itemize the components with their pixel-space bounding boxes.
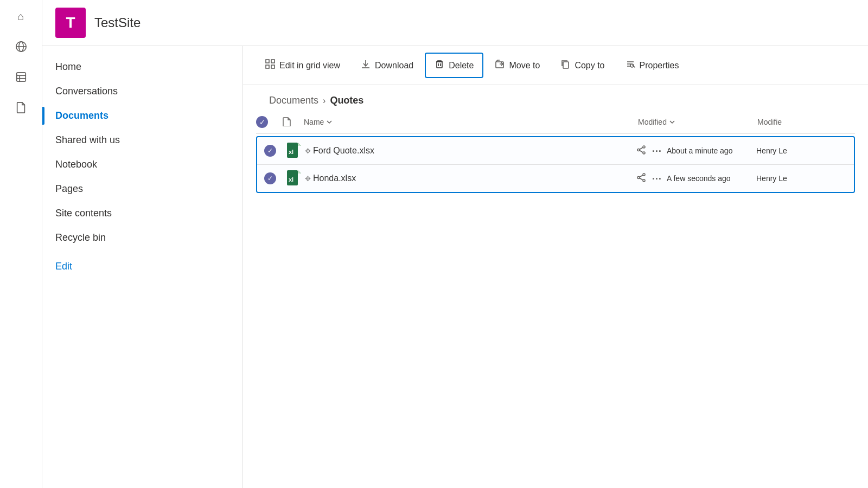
table-row[interactable]: ✓ xl ✥ Honda.xlsx: [257, 164, 854, 192]
table-row[interactable]: ✓ xl ✥ Ford Quote.xlsx: [257, 137, 854, 164]
svg-marker-25: [298, 143, 301, 146]
delete-button[interactable]: Delete: [425, 53, 483, 78]
modified-by-col-label: Modifie: [757, 118, 782, 126]
table-icon[interactable]: [11, 67, 31, 87]
svg-rect-9: [266, 65, 269, 68]
more-actions-icon[interactable]: ⋯: [652, 145, 661, 157]
site-logo: T: [55, 8, 86, 38]
svg-point-38: [643, 179, 645, 182]
grid-icon: [265, 59, 275, 72]
move-to-button[interactable]: Move to: [486, 53, 549, 78]
download-button[interactable]: Download: [352, 53, 423, 78]
select-all-checkbox[interactable]: ✓: [256, 116, 268, 128]
svg-rect-3: [16, 73, 25, 82]
svg-line-31: [640, 150, 643, 152]
file-icon-cell: xl: [283, 143, 305, 159]
svg-rect-18: [563, 62, 569, 68]
modified-by: Henry Le: [756, 146, 854, 155]
file-modified: ⋯ A few seconds ago: [637, 172, 756, 184]
svg-point-36: [643, 174, 645, 176]
row-check-icon: ✓: [264, 172, 276, 184]
globe-icon[interactable]: [11, 37, 31, 56]
modified-col-label: Modified: [638, 118, 667, 126]
sidebar-item-home[interactable]: Home: [42, 55, 242, 79]
page-icon[interactable]: [11, 98, 31, 117]
file-name-text: Ford Quote.xlsx: [313, 146, 374, 156]
site-header: T TestSite: [42, 0, 868, 46]
sidebar-item-conversations[interactable]: Conversations: [42, 79, 242, 104]
svg-point-27: [643, 146, 645, 148]
sidebar-item-recycle-bin[interactable]: Recycle bin: [42, 226, 242, 250]
loading-indicator: ✥: [305, 175, 311, 183]
icon-col-header: [282, 117, 304, 128]
site-name: TestSite: [94, 15, 141, 30]
sidebar-item-notebook[interactable]: Notebook: [42, 152, 242, 177]
file-name: ✥ Honda.xlsx: [305, 174, 637, 183]
sidebar-item-edit[interactable]: Edit: [42, 254, 242, 279]
share-action-icon[interactable]: [637, 173, 646, 184]
svg-point-37: [637, 176, 640, 178]
copy-to-label: Copy to: [575, 61, 604, 70]
row-checkbox[interactable]: ✓: [257, 172, 283, 184]
delete-label: Delete: [449, 61, 474, 70]
name-col-header[interactable]: Name: [304, 118, 638, 126]
select-all-col[interactable]: ✓: [256, 116, 282, 128]
body-layout: Home Conversations Documents Shared with…: [42, 46, 868, 488]
copy-to-button[interactable]: Copy to: [551, 53, 614, 78]
modified-time: About a minute ago: [667, 146, 732, 155]
row-check-icon: ✓: [264, 145, 276, 157]
svg-rect-13: [437, 62, 442, 68]
sidebar-item-site-contents[interactable]: Site contents: [42, 201, 242, 226]
breadcrumb: Documents › Quotes: [256, 85, 855, 111]
svg-rect-8: [271, 60, 275, 63]
move-to-label: Move to: [509, 61, 540, 70]
svg-marker-34: [298, 170, 301, 174]
modified-by-col-header[interactable]: Modifie: [757, 118, 855, 126]
edit-grid-view-label: Edit in grid view: [279, 61, 340, 70]
icon-rail: ⌂: [0, 0, 42, 488]
file-list: Documents › Quotes ✓: [243, 85, 868, 488]
properties-icon: [626, 59, 635, 72]
column-headers: ✓ Name Modifi: [256, 111, 855, 134]
sidebar-item-shared-with-us[interactable]: Shared with us: [42, 128, 242, 152]
sidebar-item-pages[interactable]: Pages: [42, 177, 242, 201]
main-area: T TestSite Home Conversations Documents …: [42, 0, 868, 488]
more-actions-icon[interactable]: ⋯: [652, 172, 661, 184]
breadcrumb-parent[interactable]: Documents: [269, 95, 318, 106]
home-icon[interactable]: ⌂: [11, 7, 31, 26]
file-icon-cell: xl: [283, 170, 305, 187]
loading-indicator: ✥: [305, 147, 311, 155]
file-modified: ⋯ About a minute ago: [637, 145, 756, 157]
file-name: ✥ Ford Quote.xlsx: [305, 146, 637, 156]
content-pane: Edit in grid view Download: [243, 46, 868, 488]
svg-rect-10: [271, 65, 275, 68]
svg-point-29: [643, 152, 645, 154]
properties-button[interactable]: Properties: [616, 53, 688, 78]
file-name-text: Honda.xlsx: [313, 174, 356, 183]
modified-time: A few seconds ago: [667, 174, 731, 183]
svg-line-40: [640, 178, 643, 180]
share-action-icon[interactable]: [637, 145, 646, 157]
properties-label: Properties: [640, 61, 679, 70]
svg-line-30: [640, 147, 643, 150]
download-label: Download: [375, 61, 413, 70]
sidebar-item-documents[interactable]: Documents: [42, 104, 242, 128]
toolbar: Edit in grid view Download: [243, 46, 868, 85]
breadcrumb-separator: ›: [323, 96, 326, 106]
modified-by: Henry Le: [756, 174, 854, 183]
svg-line-39: [640, 175, 643, 177]
selected-files-group: ✓ xl ✥ Ford Quote.xlsx: [256, 136, 855, 193]
download-icon: [361, 59, 371, 72]
svg-point-28: [637, 149, 640, 151]
svg-text:xl: xl: [289, 176, 293, 183]
edit-grid-view-button[interactable]: Edit in grid view: [256, 53, 349, 78]
svg-rect-7: [266, 60, 269, 63]
breadcrumb-current: Quotes: [330, 95, 363, 106]
copy-to-icon: [560, 59, 570, 72]
row-checkbox[interactable]: ✓: [257, 145, 283, 157]
name-col-label: Name: [304, 118, 324, 126]
sidebar: Home Conversations Documents Shared with…: [42, 46, 243, 488]
delete-icon: [435, 59, 444, 72]
svg-text:xl: xl: [289, 149, 293, 155]
modified-col-header[interactable]: Modified: [638, 118, 757, 126]
